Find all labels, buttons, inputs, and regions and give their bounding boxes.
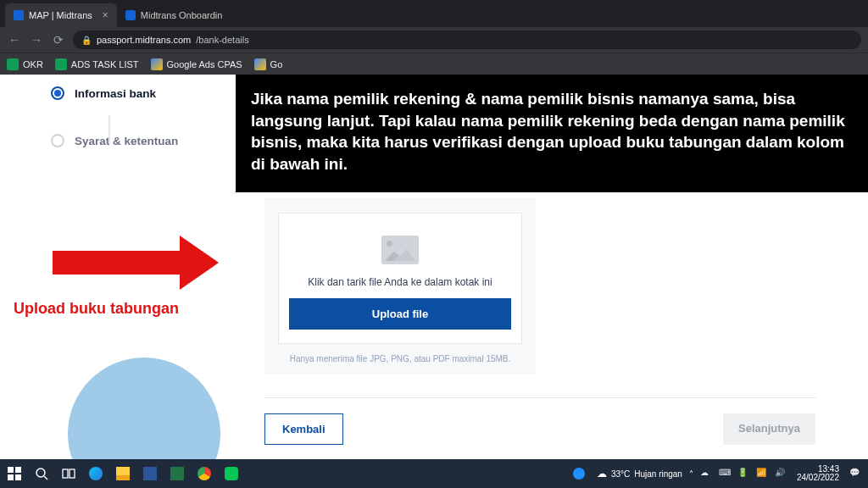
bookmark-label: Google Ads CPAS [167, 59, 242, 69]
bookmark-label: OKR [23, 59, 43, 69]
back-icon[interactable]: ← [7, 32, 22, 47]
favicon-icon [125, 10, 136, 20]
upload-file-button[interactable]: Upload file [289, 298, 511, 330]
dropzone-text: Klik dan tarik file Anda ke dalam kotak … [289, 276, 511, 288]
volume-icon[interactable]: 🔊 [775, 468, 787, 480]
browser-tab-active[interactable]: MAP | Midtrans × [5, 3, 117, 27]
step-dot-active-icon [51, 86, 64, 100]
browser-toolbar: ← → ⟳ 🔒 passport.midtrans.com/bank-detai… [0, 27, 868, 53]
url-path: /bank-details [196, 35, 248, 45]
url-domain: passport.midtrans.com [97, 35, 191, 45]
forward-icon[interactable]: → [29, 32, 44, 47]
clock-date: 24/02/2022 [797, 474, 839, 483]
image-placeholder-icon [381, 236, 419, 264]
browser-tab[interactable]: Midtrans Onboardin [117, 3, 231, 27]
step-connector [108, 115, 110, 144]
form-actions: Kembali Selanjutnya [264, 413, 815, 445]
tab-title: Midtrans Onboardin [141, 10, 223, 20]
dropzone-inner[interactable]: Klik dan tarik file Anda ke dalam kotak … [278, 213, 522, 344]
page-content: Jika nama pemilik rekening & nama pemili… [0, 75, 868, 459]
news-widget[interactable] [568, 459, 590, 488]
bookmark-label: Go [270, 59, 283, 69]
weather-cloud-icon: ☁ [597, 468, 607, 480]
sheet-icon [7, 58, 19, 70]
task-view-icon[interactable] [56, 459, 81, 488]
start-button[interactable] [2, 459, 27, 488]
bookmark-item[interactable]: OKR [7, 58, 43, 70]
address-bar[interactable]: 🔒 passport.midtrans.com/bank-details [73, 30, 861, 49]
weather-widget[interactable]: ☁ 33°C Hujan ringan [597, 468, 682, 480]
news-icon [573, 468, 585, 480]
wifi-icon[interactable]: 📶 [756, 468, 768, 480]
step-upcoming[interactable]: Syarat & ketentuan [51, 134, 229, 147]
step-active[interactable]: Informasi bank [51, 86, 229, 100]
taskbar-app-edge[interactable] [83, 459, 108, 488]
close-icon[interactable]: × [103, 9, 108, 21]
sheet-icon [55, 58, 67, 70]
favicon-icon [14, 10, 24, 20]
weather-temp: 33°C [611, 469, 630, 479]
taskbar-app-excel[interactable] [164, 459, 190, 488]
annotation-label: Upload buku tabungan [14, 300, 179, 318]
bookmark-label: ADS TASK LIST [71, 59, 139, 69]
tab-title: MAP | Midtrans [29, 10, 92, 20]
svg-rect-1 [15, 467, 21, 473]
next-button[interactable]: Selanjutnya [723, 413, 815, 445]
instruction-overlay: Jika nama pemilik rekening & nama pemili… [236, 75, 868, 192]
notifications-icon[interactable]: 💬 [849, 468, 861, 480]
step-label: Syarat & ketentuan [75, 135, 178, 147]
svg-rect-0 [8, 467, 14, 473]
reload-icon[interactable]: ⟳ [51, 32, 66, 47]
battery-icon[interactable]: 🔋 [737, 468, 749, 480]
taskbar-left [0, 459, 244, 488]
step-dot-icon [51, 134, 64, 147]
back-button[interactable]: Kembali [264, 413, 343, 445]
bookmark-item[interactable]: ADS TASK LIST [55, 58, 139, 70]
keyboard-icon[interactable]: ⌨ [719, 468, 731, 480]
lock-icon: 🔒 [81, 36, 92, 45]
windows-taskbar: ☁ 33°C Hujan ringan ˄ ☁ ⌨ 🔋 📶 🔊 13:43 24… [0, 459, 868, 488]
file-hint: Hanya menerima file JPG, PNG, atau PDF m… [278, 354, 522, 363]
annotation-arrow-icon [53, 236, 222, 290]
bookmark-item[interactable]: Google Ads CPAS [151, 58, 242, 70]
taskbar-app-explorer[interactable] [110, 459, 136, 488]
stepper-sidebar: Informasi bank Syarat & ketentuan [51, 86, 229, 181]
ads-icon [254, 58, 266, 70]
clock[interactable]: 13:43 24/02/2022 [793, 465, 843, 483]
step-label: Informasi bank [75, 87, 156, 100]
bookmark-item[interactable]: Go [254, 58, 283, 70]
taskbar-app-line[interactable] [219, 459, 244, 488]
taskbar-app-word[interactable] [137, 459, 163, 488]
ads-icon [151, 58, 163, 70]
taskbar-app-chrome[interactable] [192, 459, 217, 488]
chevron-up-icon[interactable]: ˄ [689, 469, 693, 479]
divider [264, 397, 815, 398]
upload-dropzone[interactable]: Klik dan tarik file Anda ke dalam kotak … [264, 197, 536, 374]
weather-text: Hujan ringan [634, 469, 682, 479]
onedrive-icon[interactable]: ☁ [700, 468, 712, 480]
svg-rect-3 [15, 474, 21, 480]
bookmarks-bar: OKR ADS TASK LIST Google Ads CPAS Go [0, 53, 868, 75]
svg-line-5 [44, 476, 47, 480]
svg-rect-7 [70, 469, 75, 478]
svg-rect-6 [63, 469, 68, 478]
search-icon[interactable] [29, 459, 54, 488]
svg-point-4 [36, 469, 45, 477]
browser-tabstrip: MAP | Midtrans × Midtrans Onboardin [0, 0, 868, 27]
svg-rect-2 [8, 474, 14, 480]
taskbar-right: ☁ 33°C Hujan ringan ˄ ☁ ⌨ 🔋 📶 🔊 13:43 24… [568, 459, 868, 488]
